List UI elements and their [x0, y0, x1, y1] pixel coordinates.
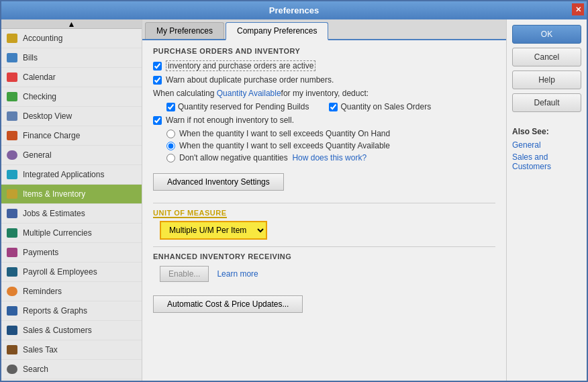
sidebar-item-label-integrated-apps: Integrated Applications: [23, 170, 104, 179]
sidebar-item-reminders[interactable]: Reminders: [1, 282, 142, 301]
sidebar-item-sales-tax[interactable]: Sales Tax: [1, 340, 142, 360]
sidebar-item-general[interactable]: General: [1, 146, 142, 165]
sidebar-scroll-up[interactable]: ▲: [1, 19, 142, 29]
jobs-icon: [5, 207, 19, 220]
sidebar-item-sales-customers[interactable]: Sales & Customers: [1, 321, 142, 340]
eir-section: ENHANCED INVENTORY RECEIVING Enable... L…: [153, 246, 495, 282]
checkbox-label-pending-builds: Quantity reserved for Pending Builds: [178, 102, 309, 111]
title-bar: Preferences ✕: [1, 1, 587, 19]
sidebar-item-payments[interactable]: Payments: [1, 243, 142, 262]
sidebar-item-label-finance-charge: Finance Charge: [23, 131, 80, 140]
radio-available[interactable]: [166, 142, 175, 150]
radio-no-negative[interactable]: [166, 154, 175, 162]
default-button[interactable]: Default: [512, 93, 581, 112]
uom-select-wrapper: No U/M Single U/M Per Item Multiple U/M …: [160, 221, 495, 240]
also-see-sales-customers-link[interactable]: Sales andCustomers: [512, 152, 581, 171]
also-see-header: Also See:: [512, 127, 581, 136]
sidebar-item-search[interactable]: Search: [1, 360, 142, 379]
section-header-purchase-orders: PURCHASE ORDERS AND INVENTORY: [153, 47, 495, 55]
bills-icon: [5, 51, 19, 64]
sidebar-item-reports-graphs[interactable]: Reports & Graphs: [1, 301, 142, 321]
radio-label-no-negative: Don't allow negative quantities: [179, 153, 288, 162]
deduct-row: Quantity reserved for Pending Builds Qua…: [153, 102, 495, 111]
when-calc-prefix: When calculating: [153, 89, 214, 98]
when-calculating-row: When calculating Quantity Available for …: [153, 89, 495, 98]
sidebar-item-items-inventory[interactable]: Items & Inventory: [1, 185, 142, 204]
sidebar-item-accounting[interactable]: Accounting: [1, 29, 142, 48]
eir-row: Enable... Learn more: [153, 266, 495, 282]
ok-button[interactable]: OK: [512, 25, 581, 44]
cancel-button[interactable]: Cancel: [512, 48, 581, 66]
tab-company-preferences[interactable]: Company Preferences: [226, 22, 328, 40]
sidebar-item-payroll-employees[interactable]: Payroll & Employees: [1, 262, 142, 282]
checkbox-row-warn-inventory: Warn if not enough inventory to sell.: [153, 115, 495, 125]
sidebar-item-label-multiple-currencies: Multiple Currencies: [23, 228, 92, 238]
salestax-icon: [5, 343, 19, 356]
checkbox-sales-orders[interactable]: [329, 103, 338, 111]
sidebar-item-label-desktop-view: Desktop View: [23, 111, 72, 121]
sidebar-item-label-items-inventory: Items & Inventory: [23, 189, 85, 199]
integrated-icon: [5, 168, 19, 181]
uom-select[interactable]: No U/M Single U/M Per Item Multiple U/M …: [160, 221, 267, 240]
learn-more-link[interactable]: Learn more: [217, 269, 258, 279]
help-button[interactable]: Help: [512, 70, 581, 89]
sidebar-item-label-reminders: Reminders: [23, 287, 62, 296]
sidebar-item-calendar[interactable]: Calendar: [1, 68, 142, 87]
reminders-icon: [5, 285, 19, 298]
checkbox-label-sales-orders: Quantity on Sales Orders: [340, 102, 431, 111]
quantity-available-link[interactable]: Quantity Available: [217, 89, 281, 98]
sidebar-item-checking[interactable]: Checking: [1, 87, 142, 107]
radio-row-on-hand: When the quantity I want to sell exceeds…: [166, 129, 495, 138]
checkbox-warn-inventory[interactable]: [153, 116, 162, 125]
reports-icon: [5, 304, 19, 318]
sidebar-item-label-calendar: Calendar: [23, 73, 56, 82]
sidebar: ▲ AccountingBillsCalendarCheckingDesktop…: [1, 19, 142, 381]
radio-row-available: When the quantity I want to sell exceeds…: [166, 141, 495, 150]
sidebar-item-label-checking: Checking: [23, 92, 56, 101]
close-button[interactable]: ✕: [572, 3, 584, 15]
enable-button[interactable]: Enable...: [160, 266, 209, 282]
sidebar-item-multiple-currencies[interactable]: Multiple Currencies: [1, 224, 142, 243]
checkbox-pending-builds[interactable]: [166, 103, 175, 111]
also-see-section: Also See: General Sales andCustomers: [512, 127, 581, 174]
sidebar-item-integrated-apps[interactable]: Integrated Applications: [1, 165, 142, 185]
sidebar-item-bills[interactable]: Bills: [1, 48, 142, 68]
advanced-inventory-settings-button[interactable]: Advanced Inventory Settings: [153, 173, 284, 191]
sidebar-item-label-general: General: [23, 150, 52, 160]
radio-row-no-negative: Don't allow negative quantities How does…: [166, 153, 495, 162]
eir-header: ENHANCED INVENTORY RECEIVING: [153, 252, 495, 260]
sales-icon: [5, 324, 19, 337]
advanced-btn-container: Advanced Inventory Settings: [153, 168, 495, 196]
general-icon: [5, 148, 19, 162]
sidebar-item-label-search: Search: [23, 365, 48, 374]
sidebar-item-finance-charge[interactable]: Finance Charge: [1, 126, 142, 146]
checkbox-row-duplicate-po: Warn about duplicate purchase order numb…: [153, 75, 495, 85]
checkbox-duplicate-po[interactable]: [153, 76, 162, 85]
sidebar-item-send-forms[interactable]: Send Forms: [1, 379, 142, 381]
radio-label-available: When the quantity I want to sell exceeds…: [179, 141, 390, 150]
currencies-icon: [5, 226, 19, 240]
preferences-dialog: Preferences ✕ ▲ AccountingBillsCalendarC…: [0, 0, 588, 382]
when-calc-suffix: for my inventory, deduct:: [281, 89, 369, 98]
checkbox-inventory-active[interactable]: [153, 62, 162, 70]
sidebar-item-label-jobs-estimates: Jobs & Estimates: [23, 209, 85, 218]
sidebar-item-desktop-view[interactable]: Desktop View: [1, 107, 142, 126]
also-see-general-link[interactable]: General: [512, 140, 581, 150]
dialog-title: Preferences: [269, 5, 319, 15]
how-does-this-work-link[interactable]: How does this work?: [292, 153, 366, 162]
checkbox-label-inventory-active: inventory and purchase orders are active: [166, 60, 315, 71]
checkbox-group-sales-orders: Quantity on Sales Orders: [329, 102, 431, 111]
tab-my-preferences[interactable]: My Preferences: [145, 22, 224, 39]
sidebar-item-jobs-estimates[interactable]: Jobs & Estimates: [1, 204, 142, 224]
radio-on-hand[interactable]: [166, 130, 175, 138]
sidebar-list: AccountingBillsCalendarCheckingDesktop V…: [1, 29, 142, 381]
desktop-icon: [5, 109, 19, 123]
autocost-button[interactable]: Automatic Cost & Price Updates...: [153, 295, 303, 313]
sidebar-item-label-bills: Bills: [23, 53, 38, 62]
checkbox-label-duplicate-po: Warn about duplicate purchase order numb…: [166, 75, 334, 85]
sidebar-item-label-reports-graphs: Reports & Graphs: [23, 306, 87, 316]
calendar-icon: [5, 70, 19, 84]
checking-icon: [5, 90, 19, 103]
inventory-icon: [5, 187, 19, 201]
finance-icon: [5, 129, 19, 142]
